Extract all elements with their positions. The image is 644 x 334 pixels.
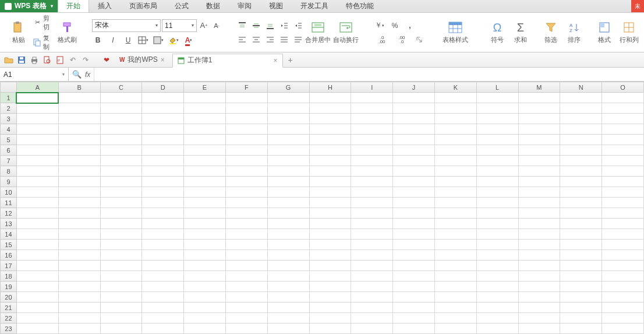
column-header[interactable]: M <box>518 82 560 93</box>
cell[interactable] <box>518 324 560 334</box>
format-painter-button[interactable]: 格式刷 <box>56 16 78 50</box>
cell[interactable] <box>309 292 351 303</box>
cell[interactable] <box>267 177 309 187</box>
cell[interactable] <box>225 103 267 114</box>
cell[interactable] <box>560 250 602 261</box>
cell[interactable] <box>58 145 100 156</box>
tab-formulas[interactable]: 公式 <box>166 0 197 12</box>
cell[interactable] <box>58 114 100 124</box>
cell[interactable] <box>434 271 476 282</box>
cell[interactable] <box>518 124 560 135</box>
format-button[interactable]: 格式 <box>593 16 616 50</box>
cell[interactable] <box>58 282 100 292</box>
cell[interactable] <box>351 261 393 271</box>
cell[interactable] <box>560 282 602 292</box>
cell[interactable] <box>58 156 100 166</box>
row-header[interactable]: 8 <box>1 166 17 177</box>
row-header[interactable]: 20 <box>1 292 17 303</box>
cell[interactable] <box>476 198 518 208</box>
align-middle-button[interactable] <box>250 20 262 31</box>
cell[interactable] <box>393 135 435 145</box>
cell[interactable] <box>602 135 644 145</box>
cell[interactable] <box>393 198 435 208</box>
cell[interactable] <box>434 303 476 313</box>
worksheet-button[interactable]: 工 <box>642 16 644 50</box>
cell[interactable] <box>518 135 560 145</box>
cell[interactable] <box>434 313 476 324</box>
cell[interactable] <box>351 124 393 135</box>
increase-decimal-button[interactable]: .0.00 <box>374 34 390 45</box>
cell[interactable] <box>309 271 351 282</box>
cell[interactable] <box>142 250 184 261</box>
cell[interactable] <box>225 198 267 208</box>
cell[interactable] <box>267 271 309 282</box>
cell[interactable] <box>142 135 184 145</box>
increase-indent-button[interactable] <box>292 20 304 31</box>
cell[interactable] <box>267 229 309 240</box>
cell[interactable] <box>518 313 560 324</box>
row-header[interactable]: 14 <box>1 229 17 240</box>
cell[interactable] <box>309 313 351 324</box>
cell[interactable] <box>309 187 351 198</box>
cell[interactable] <box>602 250 644 261</box>
cell[interactable] <box>518 166 560 177</box>
column-header[interactable]: A <box>16 82 58 93</box>
cell[interactable] <box>434 261 476 271</box>
cell[interactable] <box>309 208 351 219</box>
fill-pattern-button[interactable]: ▾ <box>153 34 164 46</box>
cell[interactable] <box>184 292 226 303</box>
cell[interactable] <box>351 271 393 282</box>
justify-button[interactable] <box>278 34 290 45</box>
cell[interactable] <box>560 240 602 250</box>
cell[interactable] <box>309 93 351 103</box>
select-all-corner[interactable] <box>1 82 17 93</box>
cell[interactable] <box>142 292 184 303</box>
cell[interactable] <box>476 303 518 313</box>
cell[interactable] <box>267 187 309 198</box>
cell[interactable] <box>518 93 560 103</box>
cell[interactable] <box>393 324 435 334</box>
cell[interactable] <box>225 282 267 292</box>
cell[interactable] <box>142 103 184 114</box>
cell[interactable] <box>560 145 602 156</box>
table-style-button[interactable]: 表格样式 <box>439 16 472 50</box>
cell[interactable] <box>142 145 184 156</box>
cell[interactable] <box>267 324 309 334</box>
font-size-combo[interactable]: 11▾ <box>162 19 197 32</box>
cell[interactable] <box>58 261 100 271</box>
cell[interactable] <box>434 240 476 250</box>
cell[interactable] <box>267 114 309 124</box>
cell[interactable] <box>393 208 435 219</box>
cell[interactable] <box>184 282 226 292</box>
cell[interactable] <box>184 208 226 219</box>
cell[interactable] <box>560 313 602 324</box>
cell[interactable] <box>518 271 560 282</box>
cell[interactable] <box>518 250 560 261</box>
cell[interactable] <box>560 93 602 103</box>
cell[interactable] <box>434 324 476 334</box>
cell[interactable] <box>142 208 184 219</box>
cell[interactable] <box>393 303 435 313</box>
cell[interactable] <box>225 219 267 229</box>
cell[interactable] <box>58 313 100 324</box>
cell[interactable] <box>602 219 644 229</box>
cell[interactable] <box>518 282 560 292</box>
cell[interactable] <box>16 208 58 219</box>
column-header[interactable]: I <box>351 82 393 93</box>
decrease-decimal-button[interactable]: .00.0 <box>394 34 410 45</box>
column-header[interactable]: N <box>560 82 602 93</box>
cell[interactable] <box>142 303 184 313</box>
cell[interactable] <box>225 313 267 324</box>
cell[interactable] <box>309 198 351 208</box>
cell[interactable] <box>393 114 435 124</box>
alert-badge[interactable]: 未 <box>631 0 644 12</box>
cell[interactable] <box>225 166 267 177</box>
tab-data[interactable]: 数据 <box>197 0 229 12</box>
row-header[interactable]: 5 <box>1 135 17 145</box>
cell[interactable] <box>267 124 309 135</box>
cell[interactable] <box>184 166 226 177</box>
cell[interactable] <box>267 103 309 114</box>
cell[interactable] <box>476 292 518 303</box>
cell[interactable] <box>16 135 58 145</box>
cell[interactable] <box>100 250 142 261</box>
